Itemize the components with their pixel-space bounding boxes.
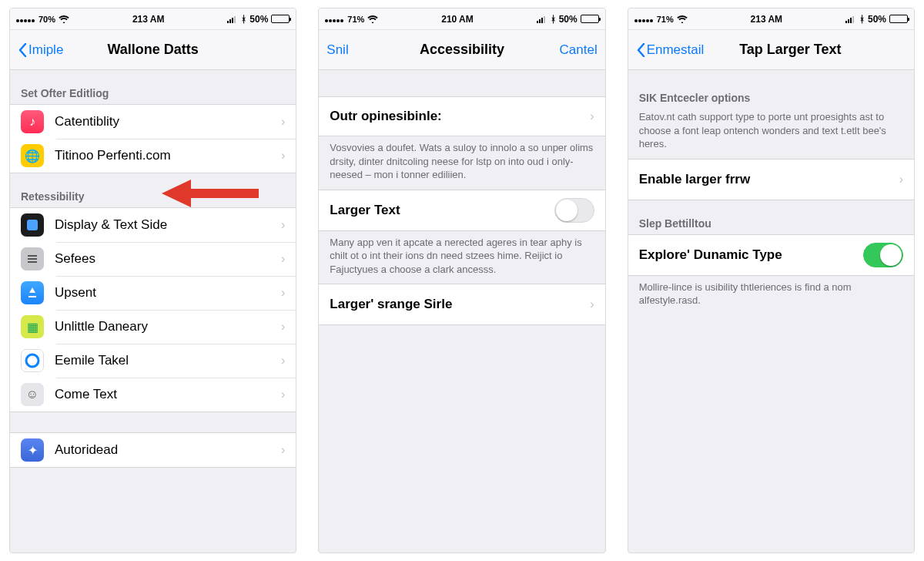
- cell-bars-icon: [227, 15, 238, 23]
- list-item[interactable]: ♪ Catentiblity ›: [10, 105, 296, 139]
- row-larger-text[interactable]: Larger Text: [319, 190, 604, 230]
- list-item-label: Unlittle Daneary: [55, 319, 281, 334]
- nav-back-label: Enmestail: [647, 42, 705, 58]
- nav-left-button[interactable]: Snil: [326, 42, 348, 58]
- svg-rect-3: [234, 16, 236, 23]
- cell-bars-icon: [537, 15, 547, 23]
- row-label: Larger Text: [330, 203, 554, 218]
- svg-rect-15: [850, 18, 852, 23]
- bluetooth-icon: ᚼ: [241, 14, 246, 25]
- svg-rect-13: [845, 21, 847, 23]
- nav-right-label: Cantel: [560, 42, 598, 58]
- status-bar: 71% 213 AM ᚼ 50%: [628, 8, 914, 30]
- nav-bar: Imiple Wallone Datts: [10, 30, 296, 70]
- section-header: Set Ofter Editliog: [10, 70, 296, 104]
- nav-bar: Snil Accessibility Cantel: [319, 30, 604, 70]
- wifi-icon: [59, 15, 69, 23]
- svg-rect-11: [541, 18, 543, 23]
- nav-back-button[interactable]: Enmestail: [636, 42, 705, 58]
- nav-bar: Enmestail Tap Larger Text: [628, 30, 914, 70]
- battery-icon: [889, 15, 908, 23]
- status-battery-text: 50%: [868, 14, 886, 25]
- status-bar: 70% 213 AM ᚼ 50%: [10, 8, 296, 30]
- nav-left-label: Snil: [326, 42, 348, 58]
- signal-dots-icon: [325, 14, 344, 25]
- chevron-right-icon: ›: [590, 109, 594, 123]
- status-carrier: 71%: [347, 15, 364, 24]
- svg-point-8: [26, 354, 38, 367]
- section-header: [10, 412, 296, 432]
- list-item-label: Catentiblity: [55, 114, 281, 129]
- svg-rect-2: [232, 18, 233, 23]
- list-item-label: Autoridead: [55, 442, 281, 458]
- battery-icon: [581, 15, 599, 23]
- bars-icon: [21, 247, 44, 270]
- chevron-right-icon: ›: [899, 173, 903, 186]
- signal-dots-icon: [16, 14, 35, 25]
- section-3: ✦ Autoridead ›: [10, 412, 296, 468]
- svg-rect-10: [539, 19, 541, 23]
- cell-bars-icon: [845, 15, 856, 23]
- chevron-right-icon: ›: [281, 320, 285, 334]
- list-item-label: Sefees: [55, 251, 281, 267]
- chevron-right-icon: ›: [281, 218, 285, 232]
- list-item[interactable]: ▦ Unlittle Daneary ›: [10, 310, 296, 344]
- larger-text-toggle[interactable]: [554, 198, 594, 223]
- status-battery-text: 50%: [559, 14, 578, 25]
- row-vision[interactable]: Outr opinesibinle: ›: [319, 97, 604, 136]
- nav-back-label: Imiple: [28, 42, 63, 58]
- list-item[interactable]: Upsent ›: [10, 276, 296, 310]
- music-icon: ♪: [21, 110, 44, 133]
- section-header: Slep Bettilltou: [628, 200, 914, 234]
- chevron-right-icon: ›: [281, 443, 285, 457]
- list-item-label: Come Text: [55, 387, 281, 402]
- status-battery-text: 50%: [249, 14, 268, 25]
- nav-back-button[interactable]: Imiple: [18, 42, 63, 58]
- list-item-label: Display & Text Side: [55, 217, 281, 233]
- section-2: Retessibility Display & Text Side ›: [10, 173, 296, 412]
- row-larger-sizes[interactable]: Larger' srange Sirle ›: [319, 284, 604, 324]
- chevron-right-icon: ›: [590, 297, 594, 311]
- list-item[interactable]: ✦ Autoridead ›: [10, 433, 296, 467]
- status-carrier: 70%: [38, 15, 55, 24]
- list-item[interactable]: ☺ Come Text ›: [10, 378, 296, 412]
- list-item-display-text[interactable]: Display & Text Side ›: [10, 208, 296, 242]
- phone-screen-2: 71% 210 AM ᚼ 50% Snil Accessibility: [318, 8, 605, 553]
- row-enable-larger[interactable]: Enable larger frrw ›: [628, 160, 914, 200]
- row-label: Outr opinesibinle:: [330, 109, 590, 124]
- list-item[interactable]: 🌐 Titinoo Perfenti.com ›: [10, 139, 296, 173]
- globe-icon: 🌐: [21, 144, 44, 167]
- list-item[interactable]: Eemile Takel ›: [10, 344, 296, 378]
- section-desc: Eatov.nt cath support type to porte unt …: [628, 109, 914, 159]
- svg-rect-16: [852, 16, 854, 23]
- chevron-right-icon: ›: [281, 115, 285, 129]
- bluetooth-icon: ᚼ: [859, 14, 865, 25]
- signal-dots-icon: [634, 14, 654, 25]
- svg-rect-7: [28, 261, 37, 263]
- row-dynamic-type[interactable]: Explore' Dunamic Type: [628, 235, 914, 275]
- nav-right-button[interactable]: Cantel: [560, 42, 598, 58]
- section-header: SIK Entcecler options: [628, 70, 914, 109]
- face-icon: ☺: [21, 383, 44, 406]
- status-time: 210 AM: [441, 14, 474, 25]
- list-item-label: Titinoo Perfenti.com: [55, 148, 281, 163]
- status-bar: 71% 210 AM ᚼ 50%: [319, 8, 604, 30]
- display-icon: [21, 213, 44, 237]
- section-1: Set Ofter Editliog ♪ Catentiblity › 🌐 Ti…: [10, 70, 296, 173]
- status-carrier: 71%: [657, 15, 674, 24]
- chevron-left-icon: [18, 43, 27, 57]
- svg-rect-0: [227, 21, 229, 23]
- wifi-icon: [677, 15, 688, 23]
- section-desc: Many app ven it apcate a nerected ageres…: [319, 231, 604, 284]
- wifi-icon: [367, 15, 378, 23]
- calendar-icon: ▦: [21, 315, 44, 338]
- dynamic-type-toggle[interactable]: [863, 243, 903, 267]
- list-item[interactable]: Sefees ›: [10, 242, 296, 276]
- svg-rect-12: [544, 16, 545, 23]
- chevron-left-icon: [636, 43, 645, 57]
- row-label: Larger' srange Sirle: [330, 297, 590, 312]
- svg-rect-5: [28, 255, 37, 257]
- battery-icon: [271, 15, 290, 23]
- status-time: 213 AM: [132, 14, 165, 25]
- row-label: Enable larger frrw: [639, 172, 899, 187]
